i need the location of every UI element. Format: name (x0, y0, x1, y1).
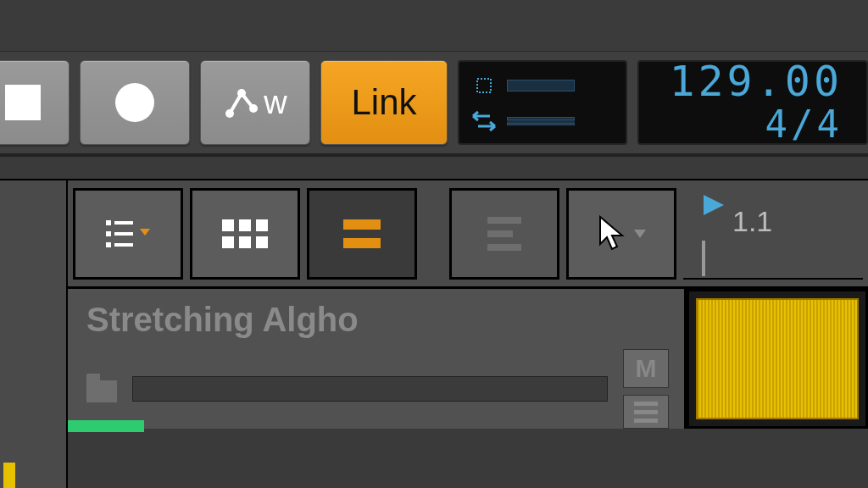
track-header[interactable]: Stretching Algho M (68, 289, 687, 429)
view-toolbar: 1.1 (68, 179, 868, 289)
svg-rect-5 (114, 221, 133, 225)
stop-button[interactable] (0, 60, 70, 145)
dual-row-view-button[interactable] (307, 188, 417, 280)
cpu-meter (507, 80, 575, 92)
pointer-tool-button[interactable] (566, 188, 676, 280)
track-menu-button[interactable] (623, 395, 669, 429)
svg-rect-9 (114, 243, 133, 247)
automation-write-button[interactable]: w (200, 60, 310, 145)
folder-icon[interactable] (86, 380, 117, 402)
automation-w-label: w (264, 85, 287, 121)
automation-icon: w (223, 85, 287, 121)
timeline-ruler[interactable]: 1.1 (683, 188, 863, 280)
playhead-icon[interactable] (702, 193, 726, 217)
performance-lcd (458, 60, 627, 145)
record-icon (115, 83, 154, 122)
svg-rect-7 (114, 232, 133, 236)
mute-button[interactable]: M (623, 349, 669, 388)
list-view-button[interactable] (73, 188, 183, 280)
track-gutter (0, 179, 68, 488)
record-button[interactable] (80, 60, 190, 145)
transport-bar: w Link 129.00 4/4 (0, 51, 868, 157)
volume-slider[interactable] (132, 376, 608, 402)
time-signature-value[interactable]: 4/4 (765, 103, 843, 146)
track-row: Stretching Algho M (68, 289, 868, 429)
bpm-value[interactable]: 129.00 (669, 60, 843, 103)
audio-clip[interactable] (696, 298, 859, 419)
list-dropdown-icon (106, 217, 150, 251)
tempo-display[interactable]: 129.00 4/4 (637, 60, 868, 145)
detail-icon (487, 217, 521, 251)
clip-lane[interactable] (687, 289, 868, 429)
svg-rect-6 (106, 231, 111, 236)
svg-rect-3 (477, 79, 491, 92)
link-label: Link (351, 82, 416, 123)
stop-icon (5, 85, 41, 120)
grid-icon (222, 219, 268, 248)
track-activity-indicator (68, 420, 144, 432)
hamburger-icon (634, 402, 658, 423)
svg-rect-8 (106, 242, 111, 247)
track-color-strip (3, 463, 15, 488)
ruler-position-label: 1.1 (732, 205, 772, 238)
link-button[interactable]: Link (320, 60, 448, 145)
dual-row-icon (343, 219, 381, 248)
ruler-tick (702, 241, 705, 276)
svg-rect-4 (106, 220, 111, 225)
mute-label: M (636, 354, 657, 383)
workspace: 1.1 Stretching Algho M (0, 179, 868, 488)
track-name-label[interactable]: Stretching Algho (86, 301, 669, 339)
pointer-icon (597, 215, 646, 252)
window-titlebar-gap (0, 0, 868, 51)
io-arrows-icon (471, 110, 497, 132)
cpu-icon (471, 73, 497, 98)
detail-view-button[interactable] (449, 188, 559, 280)
grid-view-button[interactable] (190, 188, 300, 280)
io-meter (507, 117, 575, 125)
